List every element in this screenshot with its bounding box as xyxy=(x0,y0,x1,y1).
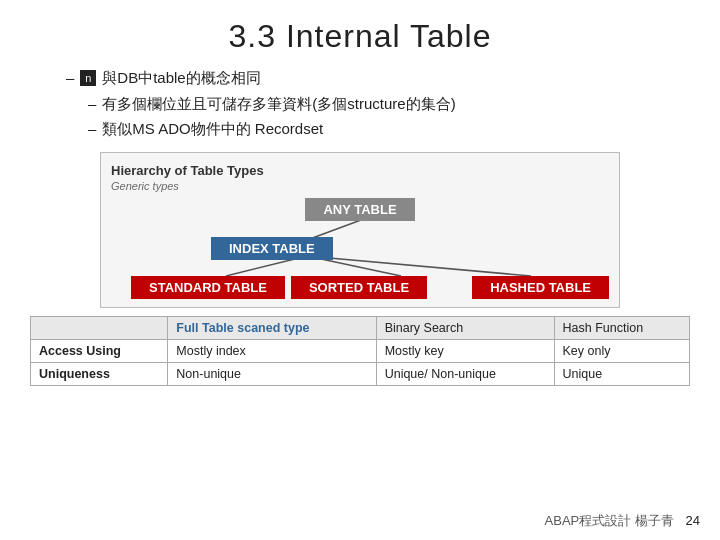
standard-table-box: STANDARD TABLE xyxy=(131,276,285,299)
footer-text: ABAP程式設計 楊子青 xyxy=(545,513,674,528)
row-val-access-2: Mostly key xyxy=(376,339,554,362)
comparison-table: Full Table scaned type Binary Search Has… xyxy=(30,316,690,386)
table-header-col0 xyxy=(31,316,168,339)
bullet-icon: n xyxy=(80,70,96,86)
diagram-area: Hierarchy of Table Types Generic types xyxy=(100,152,620,308)
table-header-row: Full Table scaned type Binary Search Has… xyxy=(31,316,690,339)
table-row-uniqueness: Uniqueness Non-unique Unique/ Non-unique… xyxy=(31,362,690,385)
row-val-unique-1: Non-unique xyxy=(168,362,376,385)
index-table-box: INDEX TABLE xyxy=(211,237,333,260)
sub-bullet-1: 有多個欄位並且可儲存多筆資料(多個structure的集合) xyxy=(88,91,690,117)
bullet-list: n 與DB中table的概念相同 有多個欄位並且可儲存多筆資料(多個struct… xyxy=(66,65,690,142)
main-bullet: n 與DB中table的概念相同 xyxy=(66,65,690,91)
page-title: 3.3 Internal Table xyxy=(30,18,690,55)
row-val-access-1: Mostly index xyxy=(168,339,376,362)
sorted-table-box: SORTED TABLE xyxy=(291,276,427,299)
hashed-table-box: HASHED TABLE xyxy=(472,276,609,299)
table-header-col3: Hash Function xyxy=(554,316,689,339)
row-val-access-3: Key only xyxy=(554,339,689,362)
table-header-col1: Full Table scaned type xyxy=(168,316,376,339)
footer: ABAP程式設計 楊子青 24 xyxy=(545,512,700,530)
row-val-unique-3: Unique xyxy=(554,362,689,385)
diagram-title: Hierarchy of Table Types xyxy=(111,163,609,178)
table-header-col2: Binary Search xyxy=(376,316,554,339)
diagram-subtitle: Generic types xyxy=(111,180,609,192)
table-row-access-using: Access Using Mostly index Mostly key Key… xyxy=(31,339,690,362)
sub-bullet-2: 類似MS ADO物件中的 Recordset xyxy=(88,116,690,142)
hierarchy-wrapper: ANY TABLE INDEX TABLE STANDARD TABLE SOR… xyxy=(111,198,609,299)
any-table-box: ANY TABLE xyxy=(305,198,415,221)
page: 3.3 Internal Table n 與DB中table的概念相同 有多個欄… xyxy=(0,0,720,540)
row-label-unique: Uniqueness xyxy=(31,362,168,385)
footer-page: 24 xyxy=(686,513,700,528)
row-val-unique-2: Unique/ Non-unique xyxy=(376,362,554,385)
row-label-access: Access Using xyxy=(31,339,168,362)
